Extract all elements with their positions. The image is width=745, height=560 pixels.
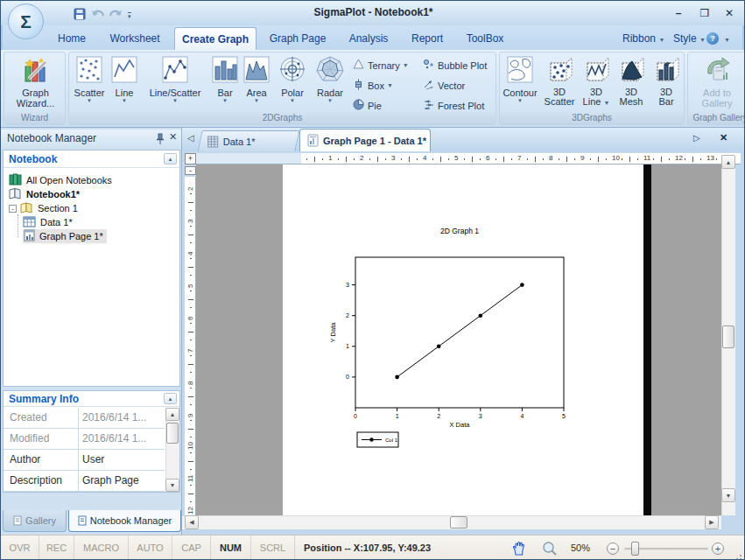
zoom-slider-thumb[interactable] [631,542,639,556]
close-document-button[interactable]: ✕ [720,132,727,144]
tree-item-notebook1[interactable]: Notebook1* [9,187,80,201]
status-toggle-1[interactable]: REC [39,536,74,560]
ternary-button[interactable]: Ternary ▼ [353,58,409,73]
ruler-tick [480,158,481,160]
h-ruler-number: 3 [391,154,395,162]
3d-scatter-icon [540,56,579,88]
tab-home[interactable]: Home [46,27,97,50]
data-series-line [397,285,523,377]
contour-button[interactable]: Contour ▼ [500,54,540,104]
status-toggle-4[interactable]: CAP [172,536,211,560]
gallery-panel-tab[interactable]: Gallery [3,510,67,532]
zoom-in-button[interactable]: + [712,542,724,555]
tab-worksheet[interactable]: Worksheet [99,27,171,50]
close-panel-button[interactable]: ✕ [169,131,177,143]
status-toggle-6[interactable]: SCRL [251,536,295,560]
scrollbar-thumb[interactable] [166,423,179,444]
pie-button[interactable]: Pie [353,98,382,113]
bar-button[interactable]: Bar ▼ [211,54,239,104]
pin-icon [155,133,165,144]
scroll-left-button[interactable]: ◀ [185,515,199,529]
tree-expander-icon[interactable]: - [9,205,17,213]
status-toggle-5[interactable]: NUM [211,536,251,560]
graph-wizard-button[interactable]: Graph Wizard... [4,54,67,108]
tab-graph-page[interactable]: Graph Page [260,27,335,50]
bubble-plot-button[interactable]: Bubble Plot [423,58,487,73]
polar-button[interactable]: Polar ▼ [274,54,311,104]
close-button[interactable]: ✕ [719,5,740,21]
sigma-logo-icon: Σ [20,11,32,32]
doc-tab-data1[interactable]: Data 1* [197,130,299,151]
line-scatter-button[interactable]: Line/Scatter ▼ [139,54,211,104]
radar-button[interactable]: Radar ▼ [311,54,349,104]
data-point [437,344,441,348]
graph-page[interactable]: 2D Graph 10123450123X DataY DataCol 1 [283,164,643,515]
forest-plot-button[interactable]: Forest Plot [423,98,484,113]
tree-item-graph-page1[interactable]: Graph Page 1* [23,229,107,243]
scroll-up-button[interactable]: ▲ [721,155,735,169]
box-button[interactable]: Box ▼ [353,78,393,93]
style-menu-button[interactable]: Style ▼ [673,27,706,50]
add-to-gallery-button[interactable]: Add to Gallery [688,54,745,108]
ruler-tick [354,158,355,160]
tree-item-section1[interactable]: - Section 1 [9,201,78,215]
threed-mesh-button[interactable]: 3D Mesh [614,54,649,107]
threed-line-button[interactable]: 3D Line ▼ [579,54,614,108]
ternary-icon [353,59,364,72]
ruler-tick [190,275,192,276]
collapse-summary-section-button[interactable]: ▲ [164,393,177,404]
status-toggle-2[interactable]: MACRO [74,536,129,560]
app-menu-button[interactable]: Σ [8,4,44,39]
resize-grip-icon[interactable] [734,553,743,560]
line-button[interactable]: Line ▼ [109,54,139,104]
pin-panel-button[interactable] [155,132,165,148]
svg-text:1: 1 [396,413,399,419]
scrollbar-thumb[interactable] [722,326,734,348]
help-button[interactable]: ? [706,32,719,45]
graph-canvas[interactable]: 2D Graph 10123450123X DataY DataCol 1 [283,164,643,515]
scroll-right-button[interactable]: ▶ [705,515,719,529]
ribbon-menu-button[interactable]: Ribbon ▼ [622,27,664,50]
pan-tool-button[interactable] [511,541,526,560]
tree-item-all-open-notebooks[interactable]: All Open Notebooks [9,173,112,187]
zoom-tool-button[interactable] [542,541,558,560]
svg-text:3: 3 [479,413,482,419]
maximize-button[interactable]: ❒ [694,5,715,21]
zoom-out-button[interactable]: − [607,542,619,555]
scroll-down-button[interactable]: ▼ [721,488,735,502]
scroll-up-button[interactable]: ▲ [165,408,179,421]
status-toggle-0[interactable]: OVR [1,536,39,560]
threed-scatter-button[interactable]: 3D Scatter [540,54,579,107]
collapse-notebook-section-button[interactable]: ▲ [164,153,177,164]
dropdown-arrow-icon: ▼ [403,62,409,68]
dropdown-arrow-icon: ▼ [139,98,211,104]
scatter-button[interactable]: Scatter ▼ [69,54,109,104]
add-to-gallery-icon [688,56,745,88]
scroll-down-button[interactable]: ▼ [165,479,179,492]
tab-scroll-left-button[interactable]: ◁ [187,133,194,143]
help-menu-button[interactable]: ▼ [724,27,730,50]
threed-bar-button[interactable]: 3D Bar [649,54,684,107]
doc-tab-graph-page1[interactable]: Graph Page 1 - Data 1* [299,129,431,151]
ruler-tick [661,157,662,162]
ruler-zoom-out-button[interactable]: - [185,166,196,175]
ruler-zoom-in-button[interactable]: + [185,153,196,164]
status-toggle-3[interactable]: AUTO [129,536,172,560]
tab-scroll-right-button[interactable]: ▷ [693,133,700,143]
notebook-manager-panel-tab[interactable]: Notebook Manager [68,510,181,532]
minimize-button[interactable]: – [668,5,689,21]
app-window: Σ ▾ SigmaPlot - Notebook1* – ❒ ✕ Home Wo… [0,0,745,560]
scrollbar-thumb[interactable] [450,516,467,528]
collapse-arrow-icon: ▲ [168,157,173,162]
h-ruler-number: 7 [517,154,521,162]
tab-create-graph[interactable]: Create Graph [174,27,257,50]
tab-report[interactable]: Report [400,27,454,50]
tab-toolbox[interactable]: ToolBox [456,27,514,50]
graph-svg[interactable]: 2D Graph 10123450123X DataY DataCol 1 [283,164,643,516]
tab-analysis[interactable]: Analysis [339,27,398,50]
tree-item-data1[interactable]: Data 1* [23,215,73,229]
area-button[interactable]: Area ▼ [239,54,274,104]
vector-button[interactable]: Vector [423,78,465,93]
ruler-tick [190,372,192,373]
dropdown-arrow-icon: ▼ [109,98,139,104]
